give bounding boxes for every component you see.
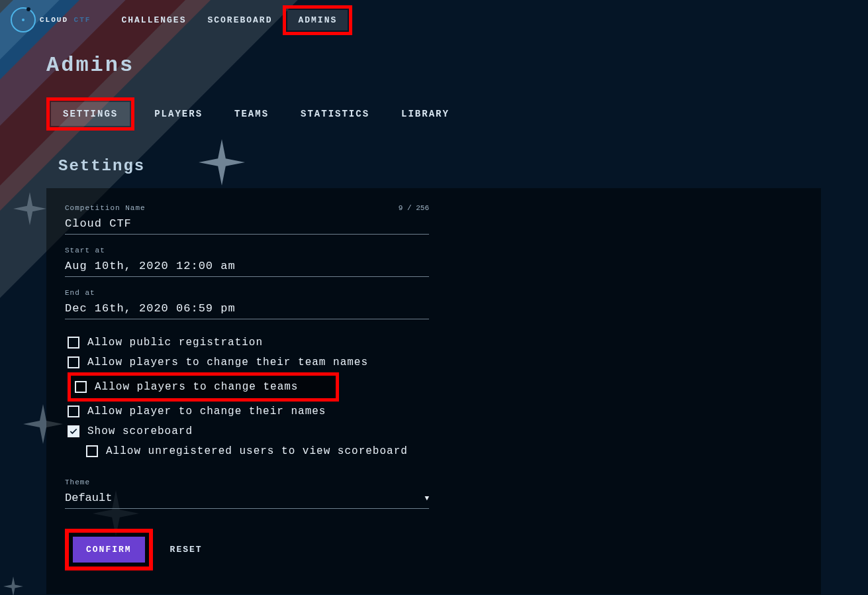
page-title: Admins (46, 53, 821, 78)
chevron-down-icon: ▼ (424, 494, 429, 502)
field-label: Theme (65, 478, 429, 486)
tab-settings[interactable]: SETTINGS (51, 102, 130, 126)
checkbox-label: Allow players to change their team names (87, 356, 368, 368)
checkbox-change-team-names[interactable] (68, 356, 79, 368)
checkbox-label: Allow players to change teams (95, 381, 298, 393)
field-label: End at (65, 289, 429, 297)
checkbox-change-teams[interactable] (75, 381, 87, 393)
checkbox-show-scoreboard[interactable] (68, 425, 79, 437)
highlight-box: CONFIRM (65, 529, 153, 570)
checkbox-label: Allow unregistered users to view scorebo… (106, 445, 408, 457)
row-change-team-names: Allow players to change their team names (68, 352, 802, 372)
field-label: Competition Name (65, 204, 429, 212)
logo[interactable]: CLOUD CTF (11, 7, 91, 32)
highlight-box: Allow players to change teams (68, 372, 339, 402)
theme-select[interactable]: Default ▼ (65, 489, 429, 509)
row-public-registration: Allow public registration (68, 333, 802, 352)
checkbox-public-registration[interactable] (68, 337, 79, 349)
competition-name-input[interactable] (65, 215, 429, 235)
field-end-at: End at (65, 289, 429, 319)
section-title: Settings (58, 157, 821, 175)
svg-point-0 (22, 19, 24, 21)
checkbox-label: Allow public registration (87, 337, 263, 349)
tab-players[interactable]: PLAYERS (142, 102, 215, 126)
nav-scoreboard[interactable]: SCOREBOARD (197, 10, 283, 30)
nav-admins[interactable]: ADMINS (287, 10, 348, 30)
field-theme: Theme Default ▼ (65, 478, 429, 509)
tab-teams[interactable]: TEAMS (222, 102, 281, 126)
char-counter: 9 / 256 (399, 204, 429, 212)
row-unregistered-scoreboard: Allow unregistered users to view scorebo… (86, 441, 802, 461)
admin-subnav: SETTINGS PLAYERS TEAMS STATISTICS LIBRAR… (46, 97, 821, 131)
field-label: Start at (65, 246, 429, 254)
nav-challenges[interactable]: CHALLENGES (111, 10, 197, 30)
field-start-at: Start at (65, 246, 429, 277)
checkbox-label: Allow player to change their names (87, 406, 326, 417)
start-at-input[interactable] (65, 257, 429, 277)
top-nav: CLOUD CTF CHALLENGES SCOREBOARD ADMINS (0, 0, 868, 40)
reset-button[interactable]: RESET (165, 537, 208, 563)
confirm-button[interactable]: CONFIRM (73, 537, 145, 563)
checkbox-group: Allow public registration Allow players … (68, 333, 802, 461)
action-row: CONFIRM RESET (65, 529, 802, 570)
highlight-box: SETTINGS (46, 97, 134, 131)
logo-icon (11, 7, 36, 32)
tab-statistics[interactable]: STATISTICS (289, 102, 381, 126)
page-content: Admins SETTINGS PLAYERS TEAMS STATISTICS… (0, 40, 821, 595)
tab-library[interactable]: LIBRARY (389, 102, 461, 126)
logo-text: CLOUD CTF (40, 16, 91, 24)
checkbox-unregistered-scoreboard[interactable] (86, 445, 98, 457)
row-show-scoreboard: Show scoreboard (68, 421, 802, 441)
select-value-text: Default (65, 492, 112, 504)
end-at-input[interactable] (65, 299, 429, 319)
settings-panel: Competition Name 9 / 256 Start at End at… (46, 188, 821, 594)
highlight-box: ADMINS (283, 5, 352, 35)
row-change-names: Allow player to change their names (68, 402, 802, 421)
row-change-teams: Allow players to change teams (75, 377, 332, 397)
checkbox-label: Show scoreboard (87, 425, 193, 437)
field-competition-name: Competition Name 9 / 256 (65, 204, 429, 235)
checkbox-change-names[interactable] (68, 406, 79, 417)
